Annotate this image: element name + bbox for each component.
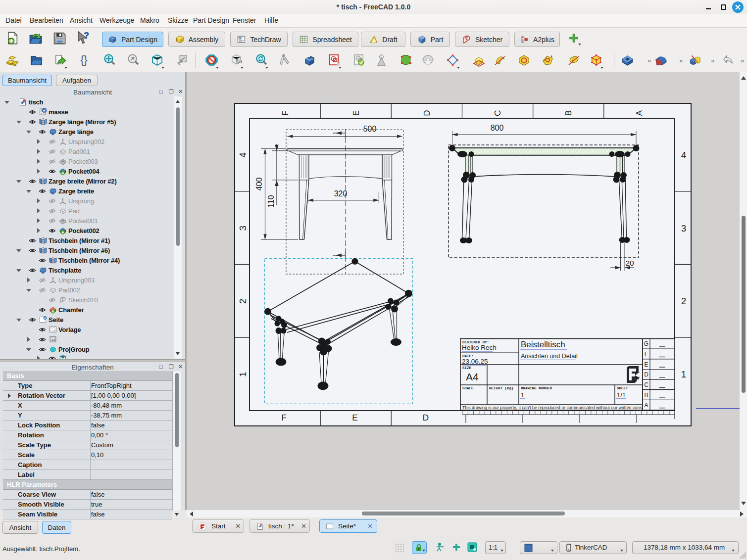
svg-text:E: E [351, 110, 361, 116]
svg-text:D: D [644, 371, 648, 378]
svg-text:Beistelltisch: Beistelltisch [521, 340, 565, 349]
svg-text:1: 1 [238, 372, 248, 377]
svg-text:E: E [352, 413, 357, 422]
svg-text:SHEET: SHEET [617, 386, 628, 390]
svg-text:1: 1 [521, 391, 524, 399]
svg-text:C: C [644, 381, 648, 388]
svg-text:800: 800 [491, 124, 504, 132]
svg-text:110: 110 [267, 195, 275, 208]
svg-text:400: 400 [255, 178, 263, 191]
svg-text:B: B [644, 392, 648, 399]
svg-text:G: G [644, 340, 648, 347]
svg-text:23.06.25: 23.06.25 [462, 358, 488, 365]
svg-text:4: 4 [238, 152, 248, 158]
svg-text:500: 500 [363, 125, 377, 133]
svg-text:C: C [493, 110, 502, 116]
svg-text:F: F [281, 110, 290, 115]
svg-text:1/1: 1/1 [617, 391, 626, 399]
svg-text:Ansichten und Detail: Ansichten und Detail [521, 353, 578, 360]
svg-text:4: 4 [681, 150, 687, 160]
svg-text:2: 2 [681, 296, 687, 306]
svg-text:3: 3 [681, 223, 687, 233]
svg-text:1: 1 [681, 369, 687, 379]
svg-text:320: 320 [334, 189, 348, 198]
svg-text:A4: A4 [466, 371, 479, 382]
svg-text:D: D [423, 413, 429, 422]
svg-text:B: B [564, 110, 573, 116]
svg-text:A: A [635, 110, 644, 116]
svg-text:This drawing is our property;: This drawing is our property; it can't b… [462, 405, 649, 410]
svg-text:SCALE: SCALE [462, 386, 474, 390]
svg-text:WEIGHT (kg): WEIGHT (kg) [489, 386, 514, 390]
svg-text:F: F [645, 351, 648, 358]
svg-text:DRAWING NUMBER: DRAWING NUMBER [521, 386, 552, 390]
svg-text:3: 3 [238, 226, 248, 231]
svg-text:E: E [644, 361, 648, 368]
svg-text:F: F [281, 413, 286, 422]
svg-text:D: D [422, 110, 432, 116]
svg-text:Heiko Rech: Heiko Rech [462, 344, 497, 351]
svg-text:A: A [644, 402, 648, 409]
svg-text:2: 2 [238, 299, 248, 304]
svg-text:SIZE: SIZE [462, 366, 472, 370]
svg-text:20: 20 [625, 259, 634, 267]
